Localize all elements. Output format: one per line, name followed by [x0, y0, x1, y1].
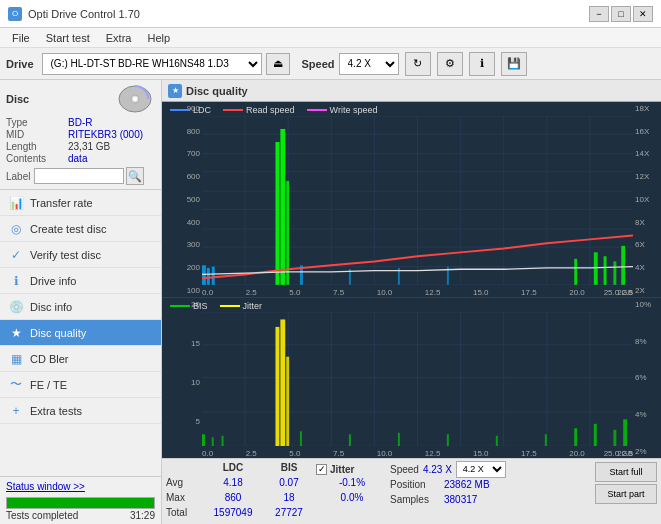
speed-label: Speed [302, 58, 335, 70]
bottom-chart-gb-label: 25.0 GB [604, 449, 633, 458]
chart-header-icon: ★ [168, 84, 182, 98]
sidebar-item-create-test-disc[interactable]: ◎ Create test disc [0, 216, 161, 242]
legend-write-speed-label: Write speed [330, 105, 378, 115]
info-button[interactable]: ℹ [469, 52, 495, 76]
total-ldc: 1597049 [214, 507, 253, 521]
legend-read-speed: Read speed [223, 105, 295, 115]
svg-rect-24 [212, 267, 215, 285]
top-chart-y-right: 18X 16X 14X 12X 10X 8X 6X 4X 2X [633, 102, 661, 297]
start-full-button[interactable]: Start full [595, 462, 657, 482]
legend-jitter: Jitter [220, 301, 263, 311]
svg-rect-57 [300, 431, 302, 446]
sidebar-item-label-transfer-rate: Transfer rate [30, 197, 93, 209]
svg-rect-33 [594, 252, 598, 284]
close-button[interactable]: ✕ [633, 6, 653, 22]
disc-contents-value: data [68, 153, 87, 164]
charts-area: LDC Read speed Write speed 900 800 70 [162, 102, 661, 458]
maximize-button[interactable]: □ [611, 6, 631, 22]
svg-rect-64 [594, 424, 597, 446]
disc-label-label: Label [6, 171, 30, 182]
legend-bis: BIS [170, 301, 208, 311]
status-section: Status window >> Tests completed 31:29 [0, 476, 161, 524]
titlebar: O Opti Drive Control 1.70 − □ ✕ [0, 0, 661, 28]
disc-length-value: 23,31 GB [68, 141, 110, 152]
disc-length-row: Length 23,31 GB [6, 141, 155, 152]
avg-label: Avg [166, 477, 202, 491]
avg-bis: 0.07 [279, 477, 298, 491]
disc-quality-icon: ★ [8, 325, 24, 341]
avg-jitter: -0.1% [316, 477, 388, 491]
samples-value: 380317 [444, 494, 477, 505]
app-title: Opti Drive Control 1.70 [28, 8, 140, 20]
max-bis: 18 [283, 492, 294, 506]
sidebar-item-verify-test-disc[interactable]: ✓ Verify test disc [0, 242, 161, 268]
disc-graphic [115, 84, 155, 114]
sidebar-item-fe-te[interactable]: 〜 FE / TE [0, 372, 161, 398]
fe-te-icon: 〜 [8, 377, 24, 393]
disc-mid-value: RITEKBR3 (000) [68, 129, 143, 140]
position-label: Position [390, 479, 440, 490]
jitter-checkbox[interactable]: ✓ [316, 464, 327, 475]
top-chart-x-axis: 0.0 2.5 5.0 7.5 10.0 12.5 15.0 17.5 20.0… [202, 288, 633, 297]
bottom-chart-svg [202, 312, 633, 446]
svg-rect-26 [280, 129, 285, 285]
chart-header: ★ Disc quality [162, 80, 661, 102]
bottom-chart-y-right: 10% 8% 6% 4% 2% [633, 298, 661, 458]
max-ldc: 860 [225, 492, 242, 506]
start-part-button[interactable]: Start part [595, 484, 657, 504]
bottom-chart: BIS Jitter 20 15 10 5 10% [162, 298, 661, 458]
svg-rect-55 [212, 437, 214, 446]
disc-info-icon: 💿 [8, 299, 24, 315]
speed-stat-label: Speed [390, 464, 419, 475]
disc-title: Disc [6, 93, 29, 105]
top-chart-gb-label: 25.0 GB [604, 288, 633, 297]
chart-title: Disc quality [186, 85, 248, 97]
sidebar-item-cd-bler[interactable]: ▦ CD Bler [0, 346, 161, 372]
sidebar-item-label-fe-te: FE / TE [30, 379, 67, 391]
bottom-chart-legend: BIS Jitter [170, 301, 262, 311]
drive-select[interactable]: (G:) HL-DT-ST BD-RE WH16NS48 1.D3 [42, 53, 262, 75]
svg-rect-32 [574, 259, 577, 285]
menu-start-test[interactable]: Start test [38, 30, 98, 46]
extra-tests-icon: + [8, 403, 24, 419]
transfer-rate-icon: 📊 [8, 195, 24, 211]
ldc-header: LDC [223, 462, 244, 476]
svg-rect-62 [545, 434, 547, 446]
sidebar-item-disc-info[interactable]: 💿 Disc info [0, 294, 161, 320]
sidebar-item-transfer-rate[interactable]: 📊 Transfer rate [0, 190, 161, 216]
svg-rect-59 [398, 433, 400, 446]
menu-extra[interactable]: Extra [98, 30, 140, 46]
total-bis: 27727 [275, 507, 303, 521]
sidebar-item-disc-quality[interactable]: ★ Disc quality [0, 320, 161, 346]
settings-button[interactable]: ⚙ [437, 52, 463, 76]
menubar: File Start test Extra Help [0, 28, 661, 48]
svg-rect-53 [280, 319, 285, 446]
position-value: 23862 MB [444, 479, 490, 490]
legend-jitter-label: Jitter [243, 301, 263, 311]
sidebar-item-drive-info[interactable]: ℹ Drive info [0, 268, 161, 294]
disc-type-label: Type [6, 117, 68, 128]
window-controls: − □ ✕ [589, 6, 653, 22]
disc-contents-label: Contents [6, 153, 68, 164]
sidebar-item-extra-tests[interactable]: + Extra tests [0, 398, 161, 424]
refresh-button[interactable]: ↻ [405, 52, 431, 76]
disc-length-label: Length [6, 141, 68, 152]
speed-select[interactable]: 4.2 X [339, 53, 399, 75]
eject-button[interactable]: ⏏ [266, 53, 290, 75]
top-chart-y-left: 900 800 700 600 500 400 300 200 100 [162, 102, 202, 297]
menu-help[interactable]: Help [139, 30, 178, 46]
disc-label-input[interactable] [34, 168, 124, 184]
disc-type-row: Type BD-R [6, 117, 155, 128]
menu-file[interactable]: File [4, 30, 38, 46]
speed-stat-select[interactable]: 4.2 X [456, 461, 506, 478]
svg-point-2 [133, 97, 137, 101]
disc-label-search-button[interactable]: 🔍 [126, 167, 144, 185]
disc-mid-row: MID RITEKBR3 (000) [6, 129, 155, 140]
bottom-chart-x-axis: 0.0 2.5 5.0 7.5 10.0 12.5 15.0 17.5 20.0… [202, 449, 633, 458]
status-time: 31:29 [130, 510, 155, 521]
status-completed-text: Tests completed [6, 510, 78, 521]
minimize-button[interactable]: − [589, 6, 609, 22]
status-window-button[interactable]: Status window >> [6, 481, 85, 492]
save-button[interactable]: 💾 [501, 52, 527, 76]
speed-stat-value: 4.23 X [423, 464, 452, 475]
